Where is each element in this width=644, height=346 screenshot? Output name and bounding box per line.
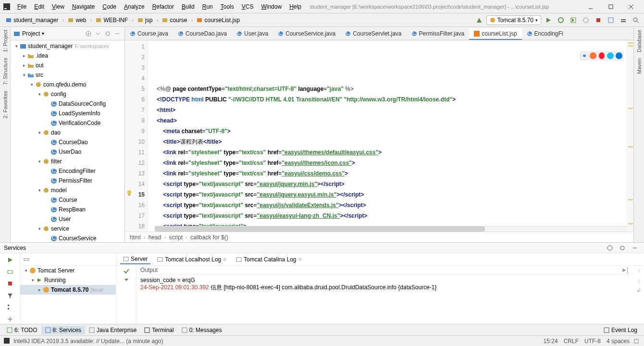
tree-item[interactable]: ▾src (11, 70, 124, 80)
editor-tab[interactable]: CCourseService.java (273, 28, 340, 40)
code-pane[interactable]: <%@ page contentType="text/html;charset=… (155, 40, 627, 232)
code-line[interactable]: <!DOCTYPE html PUBLIC "-//W3C//DTD HTML … (157, 94, 625, 105)
services-filter-button[interactable] (5, 291, 15, 301)
stop-button[interactable] (593, 15, 604, 25)
code-line[interactable]: <head> (157, 115, 625, 126)
code-line[interactable]: <script type="text/javascript" src="easy… (157, 189, 625, 200)
bottom-tool-8-services[interactable]: 8: Services (41, 326, 85, 334)
tree-item[interactable]: CCourse (11, 195, 124, 205)
editor-tab[interactable]: CEncodingFi (522, 28, 568, 40)
bottom-tool-java-enterprise[interactable]: Java Enterprise (85, 326, 140, 334)
editor-tab[interactable]: CUser.java (232, 28, 273, 40)
services-add-button[interactable] (5, 314, 15, 324)
run-button[interactable] (543, 15, 554, 25)
editor-tab[interactable]: CCourse.java (125, 28, 173, 40)
tree-item[interactable]: CCourseDao (11, 137, 124, 147)
update-button[interactable] (606, 15, 616, 25)
output-body[interactable]: session_code = erqG24-Sep-2021 09:01:30.… (136, 275, 633, 324)
code-line[interactable]: <link rel="stylesheet" type="text/css" h… (157, 158, 625, 168)
right-gutter-maven[interactable]: Maven (635, 55, 643, 77)
status-item[interactable]: CRLF (564, 338, 579, 345)
services-tree-item[interactable]: ▸Tomcat 8.5.70[local (20, 285, 116, 295)
project-tree[interactable]: ▾student_managerE:\workspaces▸.idea▸out▾… (11, 40, 124, 242)
editor-horizontal-scrollbar[interactable] (155, 226, 627, 232)
status-item[interactable]: 4 spaces (607, 338, 630, 345)
menu-edit[interactable]: Edit (30, 2, 48, 11)
code-crumb[interactable]: callback for $() (190, 234, 228, 241)
close-icon[interactable]: × (223, 256, 226, 263)
services-tree-item[interactable]: ▾Tomcat Server (20, 266, 116, 275)
bottom-tool-terminal[interactable]: Terminal (140, 326, 177, 334)
breadcrumb-item[interactable]: jsp (135, 16, 155, 25)
services-tab[interactable]: Tomcat Catalina Log × (233, 255, 304, 264)
services-layout-icon[interactable] (605, 243, 615, 253)
output-toggle-icon[interactable]: ➤│ (621, 267, 630, 273)
tree-item[interactable]: CRespBean (11, 205, 124, 214)
right-gutter-database[interactable]: Database (635, 27, 643, 55)
tree-item[interactable]: ▸out (11, 61, 124, 70)
tree-item[interactable]: ▾dao (11, 128, 124, 137)
left-gutter-7-structure[interactable]: 7: Structure (1, 55, 9, 88)
code-crumb[interactable]: head (149, 234, 161, 241)
tree-item[interactable]: ▾com.qfedu.demo (11, 80, 124, 89)
breadcrumb-item[interactable]: student_manager (3, 16, 61, 25)
tree-item[interactable]: ▾filter (11, 157, 124, 166)
event-log-button[interactable]: Event Log (600, 326, 641, 334)
editor-tab[interactable]: courseList.jsp (469, 28, 521, 40)
editor-tab[interactable]: CCourseServlet.java (340, 28, 406, 40)
profile-button[interactable] (581, 15, 591, 25)
services-hide-icon[interactable] (630, 243, 640, 253)
breadcrumb-item[interactable]: course (159, 16, 190, 25)
menu-code[interactable]: Code (99, 2, 120, 11)
services-stop-button[interactable] (5, 279, 15, 289)
code-line[interactable]: <script type="text/javascript" src="easy… (157, 179, 625, 189)
minimize-button[interactable] (581, 1, 601, 12)
menu-view[interactable]: View (48, 2, 68, 11)
code-line[interactable]: <html> (157, 105, 625, 115)
code-breadcrumbs[interactable]: html›head›script›callback for $() (125, 232, 633, 242)
code-line[interactable]: <script type="text/javascript" src="easy… (157, 210, 625, 221)
code-crumb[interactable]: script (169, 234, 183, 241)
menu-tools[interactable]: Tools (217, 2, 238, 11)
tree-item[interactable]: ▾config (11, 89, 124, 99)
services-tree[interactable]: ▾Tomcat Server▾Running▸Tomcat 8.5.70[loc… (20, 266, 116, 295)
tree-item[interactable]: ▾student_managerE:\workspaces (11, 41, 124, 51)
tree-item[interactable]: CDataSourceConfig (11, 99, 124, 109)
tree-item[interactable]: CUser (11, 214, 124, 224)
services-debug-button[interactable] (5, 267, 15, 277)
bottom-tool-6-todo[interactable]: 6: TODO (3, 326, 41, 334)
output-up-icon[interactable]: ↑ (637, 268, 640, 274)
tree-item[interactable]: CCourseService (11, 234, 124, 242)
breadcrumb-item[interactable]: courseList.jsp (194, 16, 242, 25)
tree-item[interactable]: CLoadSystemInfo (11, 109, 124, 118)
browser-preview-icons[interactable] (580, 51, 624, 61)
code-line[interactable]: <title>课程列表</title> (157, 136, 625, 147)
project-hide-icon[interactable] (113, 29, 122, 38)
code-line[interactable]: <link rel="stylesheet" type="text/css" h… (157, 147, 625, 158)
run-coverage-button[interactable] (568, 15, 579, 25)
search-everywhere-button[interactable] (618, 15, 629, 25)
tree-item[interactable]: CEncodingFilter (11, 166, 124, 176)
breadcrumb-item[interactable]: WEB-INF (93, 16, 131, 25)
status-item[interactable]: 15:24 (544, 338, 558, 345)
maximize-button[interactable] (601, 1, 621, 12)
services-tab[interactable]: Server (120, 255, 150, 264)
services-run-button[interactable] (5, 255, 15, 265)
menu-help[interactable]: Help (285, 2, 305, 11)
services-settings-icon[interactable] (617, 243, 628, 253)
run-configuration-select[interactable]: Tomcat 8.5.70 ▾ (486, 15, 541, 25)
build-button[interactable] (474, 15, 484, 25)
search-button[interactable] (631, 15, 641, 25)
project-target-icon[interactable] (84, 29, 93, 38)
memory-indicator-icon[interactable] (633, 338, 640, 344)
status-item[interactable]: UTF-8 (584, 338, 601, 345)
code-line[interactable]: <link rel="stylesheet" type="text/css" h… (157, 168, 625, 179)
project-expand-icon[interactable] (94, 29, 102, 38)
project-settings-icon[interactable] (103, 29, 112, 38)
editor-tab[interactable]: CCourseDao.java (173, 28, 232, 40)
output-wrap-icon[interactable]: ↲ (636, 287, 641, 294)
output-down2-icon[interactable]: ↓ (637, 277, 640, 284)
status-message[interactable]: IntelliJ IDEA 2019.3.5 available: // Upd… (13, 338, 163, 345)
breadcrumb-item[interactable]: web (65, 16, 89, 25)
debug-button[interactable] (556, 15, 566, 25)
